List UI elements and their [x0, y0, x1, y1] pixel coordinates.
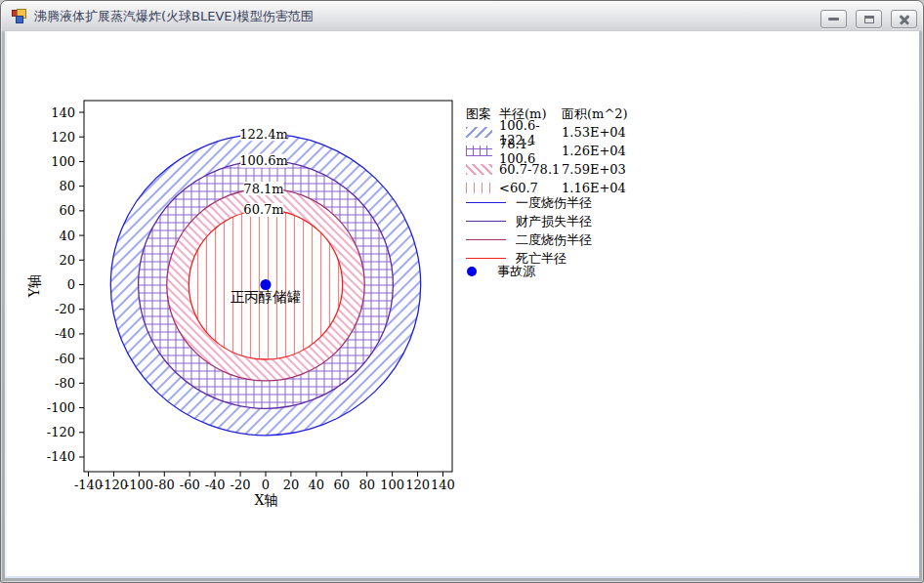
accident-source-marker [467, 267, 477, 276]
legend-hatch-swatch-grid [466, 146, 492, 156]
accident-source-tank-label: 正丙醇储罐 [231, 289, 302, 305]
legend-area-value: 7.59E+03 [562, 162, 696, 177]
legend-pattern-rows: 100.6-122.41.53E+0478.1-100.61.26E+0460.… [466, 123, 696, 197]
zone-radius-label: 122.4m [239, 127, 288, 142]
y-axis-tick-label: -100 [47, 400, 75, 415]
legend-line-label: 财产损失半径 [516, 213, 592, 230]
x-axis-tick-label: 20 [283, 478, 300, 492]
x-axis-tick-label: -40 [205, 478, 226, 492]
legend-hatch-swatch-vertical [466, 183, 492, 193]
y-axis-tick-label: -80 [55, 376, 75, 391]
legend-pattern-row: 78.1-100.61.26E+04 [466, 142, 696, 160]
x-axis-tick-label: 0 [262, 478, 270, 492]
legend-hatch-swatch-diagonal-back [466, 164, 492, 175]
y-axis-tick-label: -20 [55, 302, 75, 316]
chart-legend: 图案 半径(m) 面积(m^2) 100.6-122.41.53E+0478.1… [466, 105, 696, 280]
legend-header-area: 面积(m^2) [562, 105, 696, 123]
y-axis-tick-label: -140 [47, 449, 75, 464]
y-axis-tick-label: 140 [51, 105, 75, 120]
zone-radius-label: 78.1m [243, 182, 283, 196]
legend-marker-row: 事故源 [466, 262, 696, 280]
x-axis-tick-label: -80 [154, 478, 175, 492]
y-axis-tick-label: 120 [51, 130, 75, 145]
x-axis-tick-label: -100 [125, 478, 153, 492]
legend-pattern-row: 60.7-78.17.59E+03 [466, 160, 696, 179]
y-axis-tick-label: 100 [51, 154, 75, 169]
legend-radius-value: 78.1-100.6 [499, 137, 562, 166]
y-axis-tick-label: 0 [67, 277, 75, 292]
app-window: 沸腾液体扩展蒸汽爆炸(火球BLEVE)模型伤害范围 -140-120-100-8… [0, 0, 924, 583]
legend-line-swatch [466, 258, 506, 260]
legend-radius-value: 60.7-78.1 [499, 162, 562, 177]
y-axis-tick-label: -120 [47, 425, 75, 439]
x-axis-tick-label: 80 [358, 478, 375, 492]
legend-line-label: 二度烧伤半径 [516, 231, 592, 249]
x-axis-tick-label: -120 [100, 478, 128, 492]
y-axis-title: Y轴 [26, 274, 42, 298]
x-axis-tick-label: -20 [231, 478, 251, 492]
y-axis-tick-label: -40 [55, 326, 75, 341]
legend-hatch-swatch-diagonal-forward [466, 127, 492, 138]
x-axis-tick-label: 120 [405, 478, 430, 492]
accident-source-label: 事故源 [497, 263, 535, 280]
legend-line-label: 一度烧伤半径 [516, 194, 592, 212]
legend-line-swatch [466, 221, 506, 223]
y-axis-tick-label: -60 [55, 352, 75, 366]
y-axis-tick-label: 20 [59, 253, 75, 268]
legend-line-row: 财产损失半径 [466, 212, 696, 230]
x-axis-tick-label: -60 [180, 478, 200, 492]
zone-radius-label: 60.7m [243, 202, 283, 217]
legend-header-pattern: 图案 [466, 105, 499, 123]
legend-line-swatch [466, 239, 506, 241]
x-axis-tick-label: 100 [380, 478, 404, 492]
legend-line-row: 一度烧伤半径 [466, 193, 696, 212]
bleve-damage-chart: -140-120-100-80-60-40-200204060801001201… [0, 0, 924, 583]
y-axis-tick-label: 40 [59, 229, 75, 243]
x-axis-tick-label: 60 [334, 478, 351, 492]
zone-radius-label: 100.6m [239, 153, 288, 168]
legend-area-value: 1.53E+04 [562, 125, 696, 140]
y-axis-tick-label: 80 [59, 179, 75, 193]
x-axis-tick-label: -140 [74, 478, 103, 492]
legend-line-row: 二度烧伤半径 [466, 230, 696, 249]
x-axis-tick-label: 140 [431, 478, 455, 492]
legend-line-rows: 一度烧伤半径财产损失半径二度烧伤半径死亡半径 [466, 193, 696, 268]
y-axis-tick-label: 60 [59, 203, 75, 218]
legend-line-swatch [466, 202, 506, 204]
x-axis-title: X轴 [255, 492, 278, 508]
legend-area-value: 1.26E+04 [562, 144, 696, 158]
x-axis-tick-label: 40 [309, 478, 325, 492]
